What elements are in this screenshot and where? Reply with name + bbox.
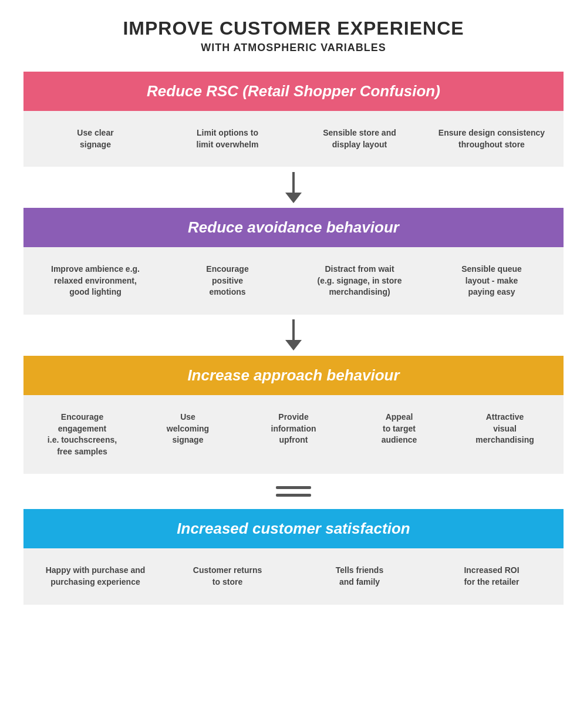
- section-rsc-header: Reduce RSC (Retail Shopper Confusion): [23, 72, 564, 111]
- section-avoidance-header: Reduce avoidance behaviour: [23, 208, 564, 247]
- list-item: Tells friendsand family: [294, 560, 426, 592]
- page-title: IMPROVE CUSTOMER EXPERIENCE WITH ATMOSPH…: [123, 18, 464, 54]
- arrow-down-icon: [285, 172, 302, 203]
- section-satisfaction-items: Happy with purchase andpurchasing experi…: [23, 548, 564, 604]
- dash-connector: [276, 474, 311, 509]
- dash-line-1: [276, 486, 311, 489]
- list-item: Attractivevisualmerchandising: [452, 407, 558, 462]
- arrow-2: [23, 315, 564, 356]
- list-item: Limit options tolimit overwhelm: [161, 123, 294, 155]
- section-avoidance: Reduce avoidance behaviour Improve ambie…: [23, 208, 564, 315]
- section-rsc: Reduce RSC (Retail Shopper Confusion) Us…: [23, 72, 564, 167]
- list-item: Ensure design consistencythroughout stor…: [426, 123, 558, 155]
- arrow-1: [23, 167, 564, 208]
- section-approach: Increase approach behaviour Encourage en…: [23, 356, 564, 474]
- section-rsc-title: Reduce RSC (Retail Shopper Confusion): [35, 82, 552, 100]
- title-line1: IMPROVE CUSTOMER EXPERIENCE: [123, 18, 464, 39]
- diagram: Reduce RSC (Retail Shopper Confusion) Us…: [23, 72, 564, 605]
- list-item: Improve ambience e.g.relaxed environment…: [29, 259, 161, 303]
- list-item: Increased ROIfor the retailer: [426, 560, 558, 592]
- section-satisfaction: Increased customer satisfaction Happy wi…: [23, 509, 564, 604]
- title-line2: WITH ATMOSPHERIC VARIABLES: [123, 42, 464, 54]
- section-satisfaction-header: Increased customer satisfaction: [23, 509, 564, 548]
- list-item: Encourage engagementi.e. touchscreens,fr…: [29, 407, 135, 462]
- dash-line-2: [276, 494, 311, 497]
- list-item: Customer returnsto store: [161, 560, 294, 592]
- list-item: Happy with purchase andpurchasing experi…: [29, 560, 161, 592]
- section-avoidance-items: Improve ambience e.g.relaxed environment…: [23, 247, 564, 315]
- section-avoidance-title: Reduce avoidance behaviour: [35, 218, 552, 237]
- section-approach-title: Increase approach behaviour: [35, 366, 552, 385]
- list-item: Usewelcomingsignage: [135, 407, 241, 462]
- section-rsc-items: Use clearsignage Limit options tolimit o…: [23, 111, 564, 167]
- list-item: Use clearsignage: [29, 123, 161, 155]
- section-satisfaction-title: Increased customer satisfaction: [35, 520, 552, 538]
- list-item: Sensible queuelayout - makepaying easy: [426, 259, 558, 303]
- section-approach-header: Increase approach behaviour: [23, 356, 564, 395]
- list-item: Provideinformationupfront: [241, 407, 346, 462]
- list-item: Sensible store anddisplay layout: [294, 123, 426, 155]
- list-item: Appealto targetaudience: [346, 407, 452, 462]
- arrow-down-icon: [285, 319, 302, 350]
- section-approach-items: Encourage engagementi.e. touchscreens,fr…: [23, 395, 564, 474]
- list-item: Encouragepositiveemotions: [161, 259, 294, 303]
- list-item: Distract from wait(e.g. signage, in stor…: [294, 259, 426, 303]
